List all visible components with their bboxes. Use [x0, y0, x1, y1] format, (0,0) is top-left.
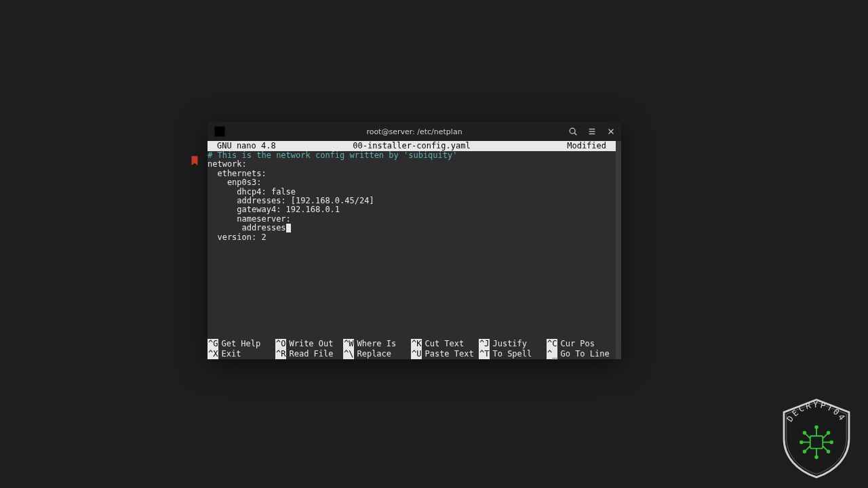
svg-point-23: [827, 432, 830, 434]
file-line: nameserver:: [208, 214, 291, 224]
file-line: gateway4: 192.168.0.1: [208, 205, 340, 214]
shortcut: ^RRead File: [275, 349, 343, 359]
shortcut: ^WWhere Is: [343, 339, 411, 349]
menu-icon[interactable]: [586, 125, 598, 138]
terminal-body[interactable]: GNU nano 4.8 00-installer-config.yaml Mo…: [208, 141, 621, 359]
svg-point-21: [804, 432, 806, 434]
svg-point-15: [815, 456, 818, 459]
nano-filename: 00-installer-config.yaml: [208, 141, 616, 151]
watermark-logo: DECRYPT04: [778, 397, 854, 479]
file-line: enp0s3:: [208, 178, 261, 187]
svg-point-19: [830, 441, 833, 444]
shortcut: ^CCur Pos: [547, 339, 614, 349]
file-line: network:: [208, 159, 247, 169]
file-line: ethernets:: [208, 169, 267, 178]
scrollbar[interactable]: [616, 141, 621, 359]
window-titlebar: root@server: /etc/netplan: [208, 122, 621, 141]
shortcut: ^OWrite Out: [275, 339, 343, 349]
shortcut: ^JJustify: [479, 339, 547, 349]
svg-line-4: [574, 133, 576, 135]
svg-point-17: [800, 441, 803, 444]
terminal-window: root@server: /etc/netplan GNU nano 4.8 0…: [208, 122, 621, 359]
svg-point-13: [815, 426, 818, 428]
svg-point-3: [570, 128, 575, 134]
shortcut: ^_Go To Line: [547, 349, 614, 359]
editor-area[interactable]: # This is the network config written by …: [208, 151, 616, 339]
svg-point-27: [827, 450, 830, 453]
shortcut: ^GGet Help: [208, 339, 275, 349]
file-line: addresses: [208, 223, 286, 232]
comment-line: # This is the network config written by …: [208, 150, 457, 160]
file-line: version: 2: [208, 232, 267, 242]
search-icon[interactable]: [567, 125, 579, 138]
nano-footer: ^GGet Help ^OWrite Out ^WWhere Is ^KCut …: [208, 339, 616, 359]
footer-row-2: ^XExit ^RRead File ^\Replace ^UPaste Tex…: [208, 349, 616, 359]
text-cursor: [286, 224, 291, 232]
bookmark-icon: [189, 155, 201, 167]
svg-point-25: [804, 450, 806, 453]
nano-header: GNU nano 4.8 00-installer-config.yaml Mo…: [208, 141, 616, 151]
footer-row-1: ^GGet Help ^OWrite Out ^WWhere Is ^KCut …: [208, 339, 616, 349]
shortcut: ^XExit: [208, 349, 275, 359]
nano-status: Modified: [567, 141, 606, 151]
shortcut: ^UPaste Text: [411, 349, 479, 359]
shortcut: ^\Replace: [343, 349, 411, 359]
shortcut: ^TTo Spell: [479, 349, 547, 359]
shortcut: ^KCut Text: [411, 339, 479, 349]
window-title: root@server: /etc/netplan: [208, 127, 621, 136]
file-line: dhcp4: false: [208, 187, 296, 197]
file-line: addresses: [192.168.0.45/24]: [208, 196, 374, 205]
close-icon[interactable]: [605, 125, 617, 138]
